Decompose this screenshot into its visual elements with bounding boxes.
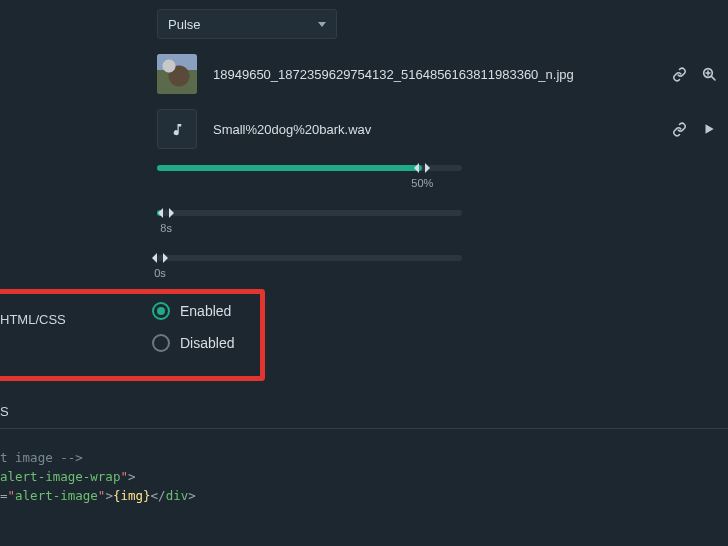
slider-handle[interactable]	[416, 161, 428, 175]
duration2-slider[interactable]: 0s	[157, 255, 462, 261]
image-file-name: 18949650_1872359629754132_51648561638119…	[213, 67, 671, 82]
play-icon[interactable]	[701, 121, 717, 137]
image-thumbnail[interactable]	[157, 54, 197, 94]
animation-dropdown[interactable]: Pulse	[157, 9, 337, 39]
music-note-icon[interactable]	[157, 109, 197, 149]
audio-file-name: Small%20dog%20bark.wav	[213, 122, 671, 137]
code-editor[interactable]: t image --> alert-image-wrap"> ="alert-i…	[0, 448, 728, 505]
caret-down-icon	[318, 22, 326, 27]
divider	[0, 428, 728, 429]
css-section-label: S	[0, 404, 9, 419]
code-line-3: ="alert-image">{img}</div>	[0, 488, 196, 503]
svg-line-1	[712, 77, 715, 80]
zoom-icon[interactable]	[701, 66, 717, 82]
link-icon[interactable]	[671, 66, 687, 82]
audio-file-row: Small%20dog%20bark.wav	[157, 109, 717, 149]
radio-enabled-label: Enabled	[180, 303, 231, 319]
duration2-value: 0s	[154, 267, 166, 279]
code-line-1: t image -->	[0, 450, 83, 465]
slider-handle[interactable]	[160, 206, 172, 220]
radio-icon	[152, 334, 170, 352]
slider-handle[interactable]	[154, 251, 166, 265]
volume-value: 50%	[411, 177, 433, 189]
radio-disabled[interactable]: Disabled	[152, 334, 234, 352]
image-file-row: 18949650_1872359629754132_51648561638119…	[157, 54, 717, 94]
radio-disabled-label: Disabled	[180, 335, 234, 351]
volume-slider[interactable]: 50%	[157, 165, 462, 171]
radio-icon	[152, 302, 170, 320]
radio-enabled[interactable]: Enabled	[152, 302, 234, 320]
htmlcss-section-label: HTML/CSS	[0, 312, 66, 327]
animation-dropdown-label: Pulse	[168, 17, 201, 32]
duration1-slider[interactable]: 8s	[157, 210, 462, 216]
duration1-value: 8s	[160, 222, 172, 234]
link-icon[interactable]	[671, 121, 687, 137]
htmlcss-radio-group: Enabled Disabled	[152, 302, 234, 352]
code-line-2: alert-image-wrap">	[0, 469, 135, 484]
